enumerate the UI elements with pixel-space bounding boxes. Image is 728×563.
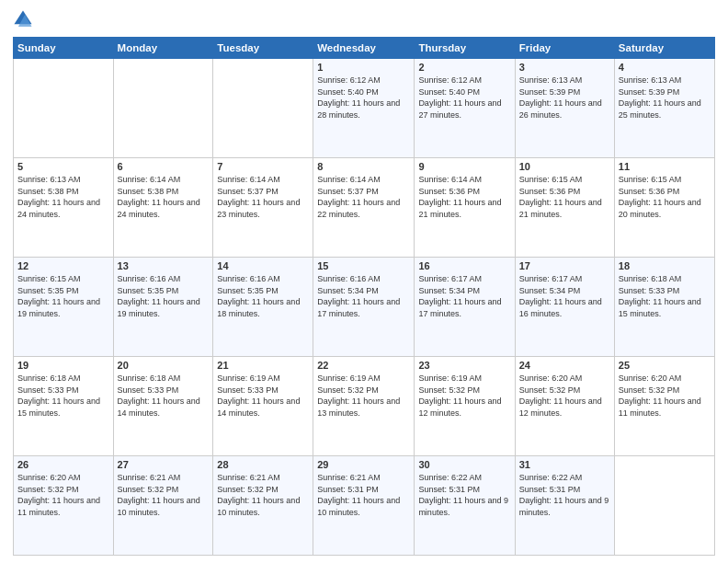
calendar-cell: 5Sunrise: 6:13 AM Sunset: 5:38 PM Daylig… (14, 158, 114, 258)
day-info: Sunrise: 6:14 AM Sunset: 5:37 PM Dayligh… (317, 174, 410, 220)
calendar-cell: 27Sunrise: 6:21 AM Sunset: 5:32 PM Dayli… (113, 456, 213, 556)
day-info: Sunrise: 6:14 AM Sunset: 5:36 PM Dayligh… (418, 174, 510, 220)
calendar-cell: 24Sunrise: 6:20 AM Sunset: 5:32 PM Dayli… (515, 357, 614, 456)
day-number: 14 (217, 260, 309, 271)
calendar: SundayMondayTuesdayWednesdayThursdayFrid… (13, 37, 715, 556)
calendar-cell: 21Sunrise: 6:19 AM Sunset: 5:33 PM Dayli… (213, 357, 313, 456)
day-info: Sunrise: 6:20 AM Sunset: 5:32 PM Dayligh… (619, 373, 711, 419)
calendar-cell: 11Sunrise: 6:15 AM Sunset: 5:36 PM Dayli… (614, 158, 714, 258)
calendar-cell: 30Sunrise: 6:22 AM Sunset: 5:31 PM Dayli… (415, 456, 515, 556)
day-info: Sunrise: 6:15 AM Sunset: 5:36 PM Dayligh… (619, 174, 711, 220)
day-number: 21 (217, 360, 309, 371)
day-info: Sunrise: 6:20 AM Sunset: 5:32 PM Dayligh… (519, 373, 610, 419)
weekday-header-thursday: Thursday (415, 38, 515, 59)
calendar-cell: 28Sunrise: 6:21 AM Sunset: 5:32 PM Dayli… (213, 456, 313, 556)
weekday-header-row: SundayMondayTuesdayWednesdayThursdayFrid… (14, 38, 715, 59)
day-number: 29 (317, 459, 410, 470)
calendar-cell: 20Sunrise: 6:18 AM Sunset: 5:33 PM Dayli… (113, 357, 213, 456)
day-number: 9 (418, 161, 510, 172)
calendar-cell: 26Sunrise: 6:20 AM Sunset: 5:32 PM Dayli… (14, 456, 114, 556)
calendar-cell: 10Sunrise: 6:15 AM Sunset: 5:36 PM Dayli… (515, 158, 614, 258)
calendar-cell: 19Sunrise: 6:18 AM Sunset: 5:33 PM Dayli… (14, 357, 114, 456)
calendar-cell: 14Sunrise: 6:16 AM Sunset: 5:35 PM Dayli… (213, 258, 313, 357)
calendar-cell: 3Sunrise: 6:13 AM Sunset: 5:39 PM Daylig… (515, 59, 614, 158)
day-number: 12 (17, 260, 109, 271)
day-number: 22 (317, 360, 410, 371)
day-number: 6 (118, 161, 210, 172)
calendar-cell: 18Sunrise: 6:18 AM Sunset: 5:33 PM Dayli… (614, 258, 714, 357)
day-info: Sunrise: 6:15 AM Sunset: 5:35 PM Dayligh… (17, 273, 109, 319)
logo (13, 9, 37, 29)
day-info: Sunrise: 6:21 AM Sunset: 5:32 PM Dayligh… (118, 472, 210, 518)
day-info: Sunrise: 6:19 AM Sunset: 5:32 PM Dayligh… (418, 373, 510, 419)
weekday-header-friday: Friday (515, 38, 614, 59)
day-info: Sunrise: 6:16 AM Sunset: 5:35 PM Dayligh… (118, 273, 210, 319)
day-number: 28 (217, 459, 309, 470)
day-info: Sunrise: 6:15 AM Sunset: 5:36 PM Dayligh… (519, 174, 610, 220)
day-number: 27 (118, 459, 210, 470)
day-number: 5 (17, 161, 109, 172)
day-number: 15 (317, 260, 410, 271)
day-info: Sunrise: 6:13 AM Sunset: 5:39 PM Dayligh… (619, 75, 711, 121)
day-info: Sunrise: 6:17 AM Sunset: 5:34 PM Dayligh… (418, 273, 510, 319)
calendar-cell: 7Sunrise: 6:14 AM Sunset: 5:37 PM Daylig… (213, 158, 313, 258)
day-number: 10 (519, 161, 610, 172)
day-number: 24 (519, 360, 610, 371)
day-info: Sunrise: 6:21 AM Sunset: 5:31 PM Dayligh… (317, 472, 410, 518)
day-info: Sunrise: 6:22 AM Sunset: 5:31 PM Dayligh… (418, 472, 510, 518)
day-number: 4 (619, 62, 711, 73)
calendar-week-row: 26Sunrise: 6:20 AM Sunset: 5:32 PM Dayli… (14, 456, 715, 556)
calendar-cell: 2Sunrise: 6:12 AM Sunset: 5:40 PM Daylig… (415, 59, 515, 158)
day-number: 13 (118, 260, 210, 271)
calendar-cell: 22Sunrise: 6:19 AM Sunset: 5:32 PM Dayli… (313, 357, 415, 456)
day-info: Sunrise: 6:16 AM Sunset: 5:35 PM Dayligh… (217, 273, 309, 319)
day-info: Sunrise: 6:18 AM Sunset: 5:33 PM Dayligh… (17, 373, 109, 419)
day-info: Sunrise: 6:12 AM Sunset: 5:40 PM Dayligh… (317, 75, 410, 121)
calendar-cell: 12Sunrise: 6:15 AM Sunset: 5:35 PM Dayli… (14, 258, 114, 357)
weekday-header-saturday: Saturday (614, 38, 714, 59)
day-info: Sunrise: 6:19 AM Sunset: 5:33 PM Dayligh… (217, 373, 309, 419)
calendar-cell: 23Sunrise: 6:19 AM Sunset: 5:32 PM Dayli… (415, 357, 515, 456)
day-info: Sunrise: 6:13 AM Sunset: 5:38 PM Dayligh… (17, 174, 109, 220)
calendar-cell: 13Sunrise: 6:16 AM Sunset: 5:35 PM Dayli… (113, 258, 213, 357)
calendar-cell (14, 59, 114, 158)
day-info: Sunrise: 6:20 AM Sunset: 5:32 PM Dayligh… (17, 472, 109, 518)
calendar-cell: 17Sunrise: 6:17 AM Sunset: 5:34 PM Dayli… (515, 258, 614, 357)
day-number: 26 (17, 459, 109, 470)
day-info: Sunrise: 6:18 AM Sunset: 5:33 PM Dayligh… (118, 373, 210, 419)
day-info: Sunrise: 6:17 AM Sunset: 5:34 PM Dayligh… (519, 273, 610, 319)
day-info: Sunrise: 6:22 AM Sunset: 5:31 PM Dayligh… (519, 472, 610, 518)
calendar-week-row: 1Sunrise: 6:12 AM Sunset: 5:40 PM Daylig… (14, 59, 715, 158)
day-number: 17 (519, 260, 610, 271)
calendar-week-row: 19Sunrise: 6:18 AM Sunset: 5:33 PM Dayli… (14, 357, 715, 456)
day-info: Sunrise: 6:14 AM Sunset: 5:38 PM Dayligh… (118, 174, 210, 220)
calendar-week-row: 12Sunrise: 6:15 AM Sunset: 5:35 PM Dayli… (14, 258, 715, 357)
day-number: 16 (418, 260, 510, 271)
calendar-cell: 29Sunrise: 6:21 AM Sunset: 5:31 PM Dayli… (313, 456, 415, 556)
calendar-cell: 1Sunrise: 6:12 AM Sunset: 5:40 PM Daylig… (313, 59, 415, 158)
weekday-header-sunday: Sunday (14, 38, 114, 59)
calendar-cell: 31Sunrise: 6:22 AM Sunset: 5:31 PM Dayli… (515, 456, 614, 556)
day-number: 2 (418, 62, 510, 73)
day-number: 18 (619, 260, 711, 271)
day-number: 1 (317, 62, 410, 73)
day-number: 20 (118, 360, 210, 371)
day-info: Sunrise: 6:18 AM Sunset: 5:33 PM Dayligh… (619, 273, 711, 319)
page: SundayMondayTuesdayWednesdayThursdayFrid… (0, 0, 728, 563)
calendar-cell: 9Sunrise: 6:14 AM Sunset: 5:36 PM Daylig… (415, 158, 515, 258)
calendar-cell (113, 59, 213, 158)
day-number: 30 (418, 459, 510, 470)
calendar-cell: 6Sunrise: 6:14 AM Sunset: 5:38 PM Daylig… (113, 158, 213, 258)
weekday-header-tuesday: Tuesday (213, 38, 313, 59)
day-number: 19 (17, 360, 109, 371)
calendar-cell: 8Sunrise: 6:14 AM Sunset: 5:37 PM Daylig… (313, 158, 415, 258)
day-info: Sunrise: 6:13 AM Sunset: 5:39 PM Dayligh… (519, 75, 610, 121)
logo-icon (13, 9, 33, 29)
calendar-cell: 25Sunrise: 6:20 AM Sunset: 5:32 PM Dayli… (614, 357, 714, 456)
header (13, 9, 715, 29)
day-number: 8 (317, 161, 410, 172)
weekday-header-monday: Monday (113, 38, 213, 59)
calendar-cell: 4Sunrise: 6:13 AM Sunset: 5:39 PM Daylig… (614, 59, 714, 158)
calendar-cell: 15Sunrise: 6:16 AM Sunset: 5:34 PM Dayli… (313, 258, 415, 357)
day-number: 25 (619, 360, 711, 371)
